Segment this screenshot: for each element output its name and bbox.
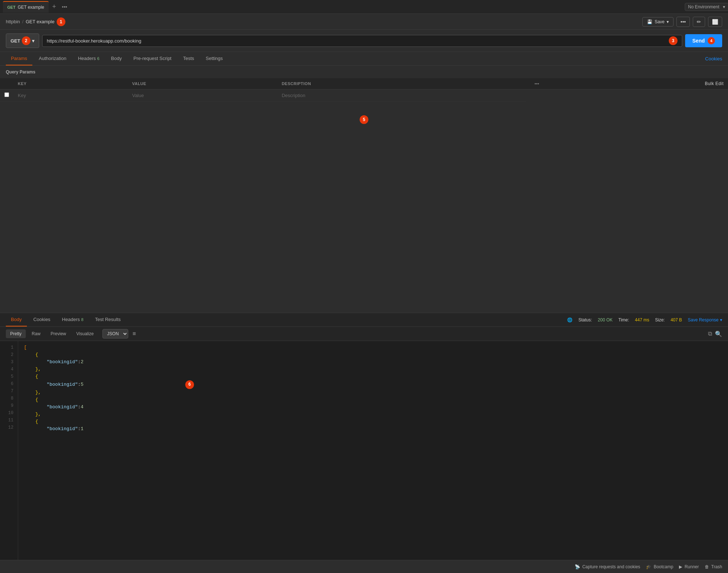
- format-select[interactable]: JSON: [102, 329, 128, 338]
- params-value-cell[interactable]: Value: [128, 89, 278, 101]
- method-select[interactable]: GET 2 ▾: [6, 33, 39, 48]
- breadcrumb-actions: 💾 Save ▾ ••• ✏ ⬜: [642, 17, 722, 27]
- tab-params[interactable]: Params: [6, 52, 32, 65]
- line-num-5: 5: [0, 373, 18, 380]
- code-line-4: },: [24, 366, 722, 373]
- tab-more-button[interactable]: •••: [60, 4, 69, 10]
- runner-label: Runner: [684, 564, 699, 569]
- format-actions: ⧉ 🔍: [708, 330, 722, 337]
- code-line-5: {: [24, 373, 722, 380]
- comment-button[interactable]: ⬜: [708, 17, 722, 27]
- tab-bar: GET GET example + ••• No Environment ▾: [0, 0, 728, 14]
- tab-headers[interactable]: Headers 6: [73, 52, 105, 65]
- save-dropdown-icon: ▾: [667, 19, 669, 24]
- save-response-label: Save Response: [688, 317, 719, 322]
- code-view: 1 2 3 4 5 6 7 8 9 10 11 12 [ { "bookingi…: [0, 341, 728, 560]
- tab-settings[interactable]: Settings: [201, 52, 228, 65]
- line-num-6: 6: [0, 380, 18, 388]
- res-tab-body[interactable]: Body: [6, 313, 27, 326]
- params-placeholder-row: Key Value Description: [0, 89, 728, 101]
- time-label: Time:: [618, 317, 629, 322]
- params-check-col: [0, 78, 13, 89]
- tab-method-badge: GET: [7, 5, 16, 9]
- params-key-cell[interactable]: Key: [13, 89, 128, 101]
- more-options-button[interactable]: •••: [676, 17, 690, 27]
- add-tab-button[interactable]: +: [50, 3, 58, 11]
- step-6-badge: 6: [185, 380, 194, 389]
- trash-button[interactable]: 🗑 Trash: [705, 564, 722, 569]
- request-tab[interactable]: GET GET example: [3, 1, 49, 13]
- tab-prerequest[interactable]: Pre-request Script: [128, 52, 177, 65]
- breadcrumb: httpbin / GET example 1: [6, 17, 65, 26]
- row-checkbox[interactable]: [4, 92, 9, 97]
- line-num-8: 8: [0, 395, 18, 402]
- send-button[interactable]: Send 4: [685, 34, 722, 47]
- params-desc-header: DESCRIPTION: [277, 78, 526, 89]
- breadcrumb-bar: httpbin / GET example 1 💾 Save ▾ ••• ✏ ⬜: [0, 14, 728, 30]
- environment-select[interactable]: No Environment: [685, 3, 728, 11]
- tab-tests[interactable]: Tests: [178, 52, 199, 65]
- response-tabs-bar: Body Cookies Headers 8 Test Results 🌐 St…: [0, 313, 728, 327]
- pencil-button[interactable]: ✏: [693, 17, 705, 27]
- fmt-tab-pretty[interactable]: Pretty: [6, 329, 26, 338]
- format-select-wrap: JSON: [102, 329, 128, 338]
- fmt-tab-raw[interactable]: Raw: [27, 329, 45, 338]
- capture-icon: 📡: [575, 564, 580, 569]
- status-label: Status:: [578, 317, 592, 322]
- save-button[interactable]: 💾 Save ▾: [642, 17, 674, 27]
- step-4-badge: 4: [708, 37, 715, 44]
- filter-button[interactable]: ≡: [130, 329, 139, 338]
- breadcrumb-collection[interactable]: httpbin: [6, 19, 20, 24]
- line-numbers: 1 2 3 4 5 6 7 8 9 10 11 12: [0, 341, 18, 560]
- copy-button[interactable]: ⧉: [708, 330, 712, 337]
- code-line-1: [: [24, 344, 722, 351]
- tab-body[interactable]: Body: [106, 52, 127, 65]
- bottom-bar: 📡 Capture requests and cookies 🎓 Bootcam…: [0, 560, 728, 573]
- code-line-11: {: [24, 418, 722, 425]
- save-response-button[interactable]: Save Response ▾: [688, 317, 722, 322]
- tab-name: GET example: [18, 5, 44, 10]
- status-value: 200 OK: [598, 317, 613, 322]
- search-response-button[interactable]: 🔍: [715, 330, 722, 337]
- size-value: 407 B: [671, 317, 682, 322]
- runner-icon: ▶: [679, 564, 682, 569]
- cookies-link[interactable]: Cookies: [705, 56, 722, 61]
- breadcrumb-current: GET example: [26, 19, 54, 24]
- globe-icon: 🌐: [567, 317, 573, 322]
- bulk-edit-button[interactable]: Bulk Edit: [548, 78, 728, 89]
- url-input-wrap: 3: [42, 35, 682, 47]
- send-label: Send: [692, 38, 705, 44]
- step-5-area: 5: [0, 101, 728, 138]
- line-num-10: 10: [0, 409, 18, 417]
- res-tab-headers[interactable]: Headers 8: [57, 313, 89, 326]
- query-params-label: Query Params: [0, 66, 728, 78]
- code-content: [ { "bookingid" : 2 }, { "b: [18, 341, 728, 560]
- tab-authorization[interactable]: Authorization: [34, 52, 72, 65]
- trash-label: Trash: [711, 564, 722, 569]
- code-line-10: },: [24, 411, 722, 418]
- line-num-9: 9: [0, 402, 18, 409]
- capture-button[interactable]: 📡 Capture requests and cookies: [575, 564, 640, 569]
- code-line-3: "bookingid" : 2: [24, 358, 722, 366]
- step-3-badge: 3: [669, 36, 678, 45]
- bootcamp-button[interactable]: 🎓 Bootcamp: [646, 564, 673, 569]
- fmt-tab-visualize[interactable]: Visualize: [72, 329, 98, 338]
- code-line-2: {: [24, 351, 722, 358]
- url-input[interactable]: [47, 35, 666, 47]
- code-line-9: "bookingid" : 4: [24, 404, 722, 411]
- line-num-1: 1: [0, 344, 18, 351]
- params-actions-col: •••: [526, 78, 548, 89]
- time-value: 447 ms: [635, 317, 649, 322]
- params-key-header: KEY: [13, 78, 128, 89]
- save-response-dropdown: ▾: [720, 317, 722, 322]
- code-line-8: {: [24, 396, 722, 404]
- response-meta: 🌐 Status: 200 OK Time: 447 ms Size: 407 …: [567, 317, 722, 322]
- res-tab-cookies[interactable]: Cookies: [28, 313, 56, 326]
- runner-button[interactable]: ▶ Runner: [679, 564, 699, 569]
- trash-icon: 🗑: [705, 564, 709, 569]
- step-5-badge: 5: [360, 115, 368, 124]
- res-tab-test-results[interactable]: Test Results: [90, 313, 126, 326]
- fmt-tab-preview[interactable]: Preview: [46, 329, 70, 338]
- breadcrumb-separator: /: [22, 19, 24, 24]
- line-num-12: 12: [0, 424, 18, 431]
